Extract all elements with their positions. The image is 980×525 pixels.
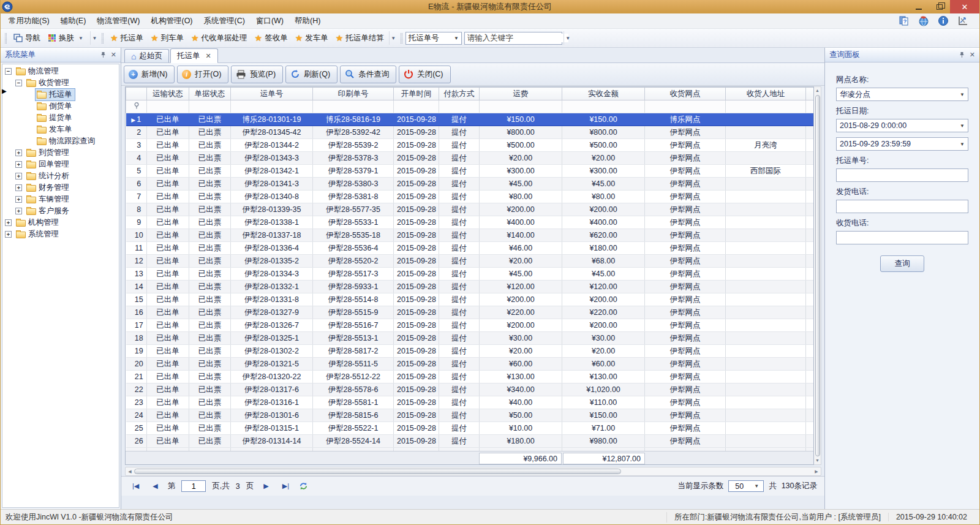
menu-item[interactable]: 系统管理(C) — [198, 15, 251, 27]
scroll-up-icon[interactable]: ▲ — [815, 87, 820, 94]
page-size-select[interactable]: 50 ▼ — [728, 480, 764, 492]
table-row[interactable]: ▶21 已出单 已出票 伊犁28-01320-22 伊犁28-5512-22 2… — [126, 371, 815, 383]
tree-expander-icon[interactable]: + — [15, 208, 22, 214]
table-row[interactable]: ▶8 已出单 已出票 伊犁28-01339-35 伊犁28-5577-35 20… — [126, 203, 815, 216]
table-row[interactable]: ▶16 已出单 已出票 伊犁28-01327-9 伊犁28-5515-9 201… — [126, 306, 815, 319]
filter-cell[interactable] — [562, 100, 645, 113]
favorite-shortcut-button[interactable]: ★代收单据处理 — [187, 31, 251, 45]
filter-cell[interactable] — [645, 100, 726, 113]
tree-item[interactable]: − 物流管理 — [2, 66, 119, 77]
page-number-input[interactable] — [181, 480, 206, 492]
table-row[interactable]: ▶10 已出单 已出票 伊犁28-01337-18 伊犁28-5535-18 2… — [126, 229, 815, 242]
date-to-select[interactable]: 2015-09-29 23:59:59 ▼ — [836, 137, 968, 151]
tab-home[interactable]: ⌂ 起始页 — [124, 49, 169, 62]
branch-name-select[interactable]: 华凌分点 ▼ — [836, 88, 968, 101]
tree-expander-icon[interactable]: + — [15, 149, 22, 156]
column-header[interactable]: 运单号 — [231, 88, 313, 100]
tab-waybill[interactable]: 托运单 ✕ — [170, 48, 218, 63]
toolbar-grip[interactable] — [5, 33, 7, 43]
filter-pin-cell[interactable] — [126, 100, 147, 113]
tree-item[interactable]: 倒货单 — [2, 100, 119, 112]
table-row[interactable]: ▶13 已出单 已出票 伊犁28-01334-3 伊犁28-5517-3 201… — [126, 268, 815, 281]
menu-item[interactable]: 辅助(E) — [55, 15, 92, 27]
pin-icon[interactable] — [100, 51, 106, 58]
filter-cell[interactable] — [439, 100, 480, 113]
tree-item[interactable]: 托运单 — [2, 89, 119, 100]
tree-item[interactable]: 物流跟踪查询 — [2, 135, 119, 147]
table-row[interactable]: ▶24 已出单 已出票 伊犁28-01301-6 伊犁28-5815-6 201… — [126, 409, 815, 422]
column-header[interactable]: 运输状态 — [147, 88, 189, 100]
column-header[interactable]: 运费 — [480, 88, 562, 100]
preview-button[interactable]: 预览(P) — [231, 66, 283, 83]
waybill-no-input[interactable] — [840, 171, 965, 179]
table-row[interactable]: ▶15 已出单 已出票 伊犁28-01331-8 伊犁28-5514-8 201… — [126, 293, 815, 306]
menu-item[interactable]: 窗口(W) — [251, 15, 289, 27]
filter-cell[interactable] — [147, 100, 189, 113]
table-row[interactable]: ▶14 已出单 已出票 伊犁28-01332-1 伊犁28-5933-1 201… — [126, 281, 815, 293]
tree-item[interactable]: 提货单 — [2, 112, 119, 124]
table-row[interactable]: ▶25 已出单 已出票 伊犁28-01315-1 伊犁28-5522-1 201… — [126, 422, 815, 435]
toolbar-overflow-button[interactable]: ▼ — [564, 31, 572, 45]
favorite-shortcut-button[interactable]: ★托运单 — [107, 31, 147, 45]
pin-icon[interactable] — [959, 51, 965, 58]
sender-phone-input[interactable] — [840, 202, 965, 211]
tree-expander-icon[interactable]: + — [15, 184, 22, 191]
favorite-shortcut-button[interactable]: ★签收单 — [251, 31, 292, 45]
toolbar-grip[interactable] — [102, 33, 104, 43]
table-row[interactable]: ▶26 已出单 已出票 伊犁28-01314-14 伊犁28-5524-14 2… — [126, 435, 815, 448]
filter-cell[interactable] — [189, 100, 231, 113]
table-row[interactable]: ▶22 已出单 已出票 伊犁28-01317-6 伊犁28-5578-6 201… — [126, 383, 815, 396]
first-page-button[interactable]: |◀ — [129, 482, 143, 490]
filter-cell[interactable] — [231, 100, 313, 113]
favorite-shortcut-button[interactable]: ★到车单 — [147, 31, 187, 45]
tree-item[interactable]: 发车单 — [2, 124, 119, 135]
prev-page-button[interactable]: ◀ — [149, 482, 161, 490]
refresh-button[interactable]: 刷新(Q) — [285, 66, 337, 83]
column-header[interactable]: 实收金额 — [562, 88, 645, 100]
menu-item[interactable]: 常用功能(S) — [3, 15, 55, 27]
column-header[interactable]: 收货网点 — [645, 88, 726, 100]
table-row[interactable]: ▶3 已出单 已出票 伊犁28-01344-2 伊犁28-5539-2 2015… — [126, 139, 815, 152]
favorite-shortcut-button[interactable]: ★托运单结算 — [332, 31, 388, 45]
filter-cell[interactable] — [726, 100, 806, 113]
table-row[interactable]: ▶23 已出单 已出票 伊犁28-01316-1 伊犁28-5581-1 201… — [126, 396, 815, 409]
query-panel-close-icon[interactable]: ✕ — [970, 51, 975, 59]
menu-item[interactable]: 机构管理(O) — [145, 15, 198, 27]
table-row[interactable]: ▶17 已出单 已出票 伊犁28-01326-7 伊犁28-5516-7 201… — [126, 319, 815, 332]
tree-item[interactable]: − 收货管理 — [2, 77, 119, 89]
toolbar-overflow-button[interactable]: ▼ — [389, 31, 398, 45]
new-button[interactable]: + 新增(N) — [124, 66, 175, 83]
nav-button[interactable]: 导航 — [10, 31, 44, 45]
tab-close-icon[interactable]: ✕ — [205, 52, 211, 60]
sidebar-close-icon[interactable]: ✕ — [111, 51, 116, 59]
tree-item[interactable]: + 财务管理 — [2, 182, 119, 194]
search-input[interactable] — [465, 34, 568, 42]
next-page-button[interactable]: ▶ — [260, 482, 272, 490]
scroll-down-icon[interactable]: ▼ — [815, 457, 820, 464]
column-header[interactable]: 付款方式 — [439, 88, 480, 100]
tree-item[interactable]: + 机构管理 — [2, 217, 119, 229]
menu-item[interactable]: 物流管理(W) — [91, 15, 145, 27]
filter-cell[interactable] — [480, 100, 562, 113]
tree-expander-icon[interactable]: − — [5, 68, 12, 75]
globe-icon[interactable] — [918, 15, 929, 26]
scroll-right-icon[interactable]: ▶ — [812, 469, 821, 474]
tree-expander-icon[interactable]: + — [15, 173, 22, 179]
scroll-left-icon[interactable]: ◀ — [126, 469, 134, 474]
table-row[interactable]: ▶1 已出单 已出票 博乐28-01301-19 博乐28-5816-19 20… — [126, 113, 815, 126]
table-row[interactable]: ▶9 已出单 已出票 伊犁28-01338-1 伊犁28-5533-1 2015… — [126, 216, 815, 229]
tree-expander-icon[interactable]: − — [15, 80, 22, 86]
stats-icon[interactable] — [957, 15, 968, 26]
last-page-button[interactable]: ▶| — [279, 482, 293, 490]
table-row[interactable]: ▶7 已出单 已出票 伊犁28-01340-8 伊犁28-5381-8 2015… — [126, 191, 815, 203]
filter-cell[interactable] — [313, 100, 394, 113]
horizontal-scroll-thumb[interactable] — [134, 469, 621, 474]
column-header[interactable]: 收货人地址 — [726, 88, 806, 100]
condition-search-button[interactable]: 条件查询 — [340, 66, 396, 83]
query-button[interactable]: 查询 — [880, 255, 924, 272]
horizontal-scrollbar[interactable]: ◀ ▶ — [125, 467, 821, 476]
tree-expander-icon[interactable]: + — [5, 231, 12, 238]
date-from-select[interactable]: 2015-08-29 0:00:00 ▼ — [836, 119, 968, 132]
favorite-shortcut-button[interactable]: ★发车单 — [292, 31, 332, 45]
tree-item[interactable]: + 客户服务 — [2, 205, 119, 217]
